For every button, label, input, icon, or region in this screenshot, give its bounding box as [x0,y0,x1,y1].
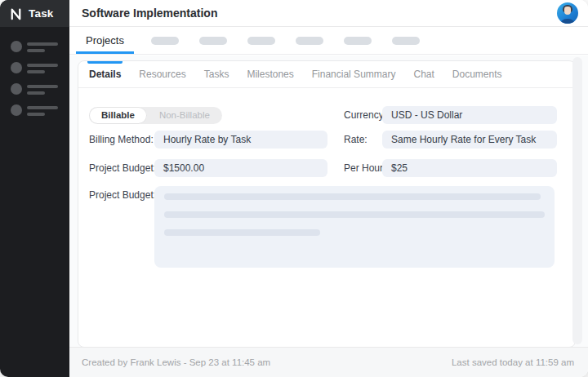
skeleton-avatar [11,104,22,116]
page-title: Software Implementation [82,7,557,20]
tab-documents[interactable]: Documents [452,61,502,88]
sidebar-skeleton-item [11,83,69,95]
skeleton-avatar [11,83,22,95]
tab-milestones-label: Milestones [247,69,293,80]
loading-tab-placeholders [151,37,420,45]
rate-select[interactable]: Same Hourly Rate for Every Task [382,131,557,149]
skeleton-line [27,64,58,67]
last-saved-text: Last saved today at 11:59 am [452,357,574,367]
sidebar-menu [0,27,69,116]
tab-tasks-label: Tasks [204,69,229,80]
sidebar-skeleton-item [11,104,69,116]
skeleton-tab [296,37,323,45]
sidebar-skeleton-item [11,41,69,52]
skeleton-tab [344,37,372,45]
top-nav-tabs: Projects [69,27,588,55]
billable-option[interactable]: Billable [89,107,147,124]
content-area: Details Resources Tasks Milestones Finan… [69,55,588,347]
skeleton-line [27,113,45,116]
skeleton-line [27,85,58,88]
active-tab-underline [76,51,134,54]
tab-financial-summary[interactable]: Financial Summary [312,61,396,88]
skeleton-tab [392,37,420,45]
tab-milestones[interactable]: Milestones [247,61,293,88]
skeleton-line [164,211,545,218]
avatar-face [564,7,571,15]
app-logo[interactable]: Task [0,0,69,27]
avatar-torso [560,19,575,24]
project-budget-input[interactable]: $1500.00 [154,159,327,177]
project-budget-notes-textarea[interactable] [154,186,555,268]
tab-tasks[interactable]: Tasks [204,61,229,88]
app-window: Task Software Implementation [0,0,588,377]
user-avatar[interactable] [557,2,578,24]
main-area: Software Implementation Projects [69,0,588,377]
tab-projects[interactable]: Projects [82,27,128,54]
currency-select[interactable]: USD - US Dollar [382,106,557,124]
billing-method-label: Billing Method: [89,131,154,149]
sidebar-skeleton-item [11,62,69,73]
vertical-scrollbar[interactable] [572,57,582,344]
app-logo-text: Task [29,7,54,20]
project-details-card: Details Resources Tasks Milestones Finan… [78,60,576,348]
tab-projects-label: Projects [86,34,124,47]
skeleton-line [27,70,45,73]
header: Software Implementation [69,0,588,27]
footer: Created by Frank Lewis - Sep 23 at 11:45… [69,347,588,377]
billable-toggle: Billable Non-Billable [89,107,222,124]
tab-details[interactable]: Details [89,61,121,88]
skeleton-tab [247,37,275,45]
active-tab-indicator [87,61,122,64]
tab-financial-summary-label: Financial Summary [312,69,396,80]
skeleton-line [27,42,58,46]
per-hour-input[interactable]: $25 [382,159,557,177]
detail-tabs: Details Resources Tasks Milestones Finan… [78,61,575,88]
skeleton-avatar [11,41,22,52]
skeleton-line [164,193,541,200]
tab-chat-label: Chat [413,69,434,80]
tab-documents-label: Documents [452,69,502,80]
project-budget-notes-label: Project Budget: [89,186,156,204]
ntask-n-icon [8,6,24,21]
per-hour-label: Per Hour: [344,159,385,177]
currency-label: Currency: [344,106,386,124]
non-billable-option[interactable]: Non-Billable [147,107,222,124]
billing-method-select[interactable]: Hourly Rate by Task [154,131,327,149]
tab-details-label: Details [89,69,121,80]
skeleton-line [27,106,58,109]
project-budget-label: Project Budget: [89,159,156,177]
skeleton-line [164,229,320,236]
sidebar: Task [0,0,69,377]
skeleton-line [27,49,45,52]
rate-label: Rate: [344,131,368,149]
skeleton-line [27,91,45,95]
skeleton-tab [199,37,227,45]
skeleton-avatar [11,62,22,73]
tab-resources-label: Resources [139,69,185,80]
skeleton-tab [151,37,179,45]
tab-resources[interactable]: Resources [139,61,185,88]
tab-chat[interactable]: Chat [413,61,434,88]
created-by-text: Created by Frank Lewis - Sep 23 at 11:45… [82,357,270,367]
